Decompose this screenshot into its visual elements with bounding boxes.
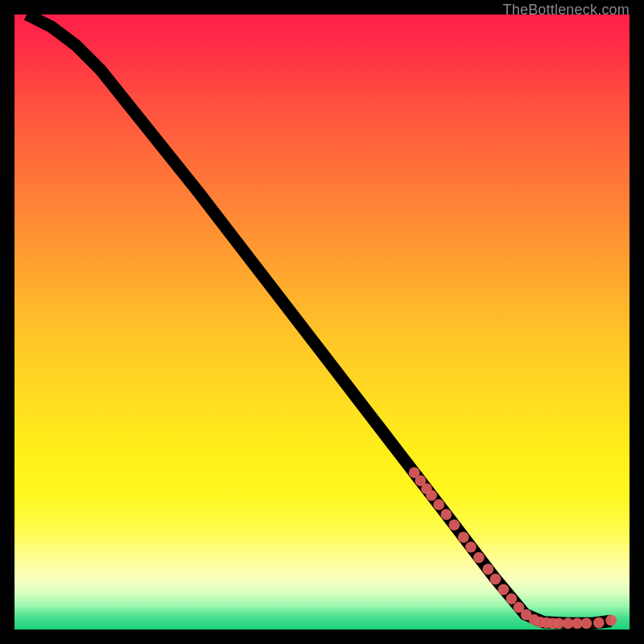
scatter-dot [448, 519, 460, 530]
curve-line [27, 14, 611, 623]
plot-svg [14, 14, 630, 630]
chart-area: TheBottleneck.com [14, 14, 630, 630]
scatter-dot [473, 552, 485, 564]
scatter-dot [490, 573, 502, 584]
scatter-dot [433, 499, 444, 510]
scatter-dot [458, 532, 469, 543]
scatter-dot [482, 564, 493, 575]
scatter-dot [506, 593, 517, 605]
scatter-dot [593, 617, 605, 629]
scatter-dot [426, 490, 437, 502]
scatter-dot [440, 509, 452, 520]
scatter-dot [498, 584, 510, 595]
scatter-dot [465, 542, 477, 553]
scatter-dot [581, 617, 592, 629]
scatter-dot [605, 615, 617, 626]
